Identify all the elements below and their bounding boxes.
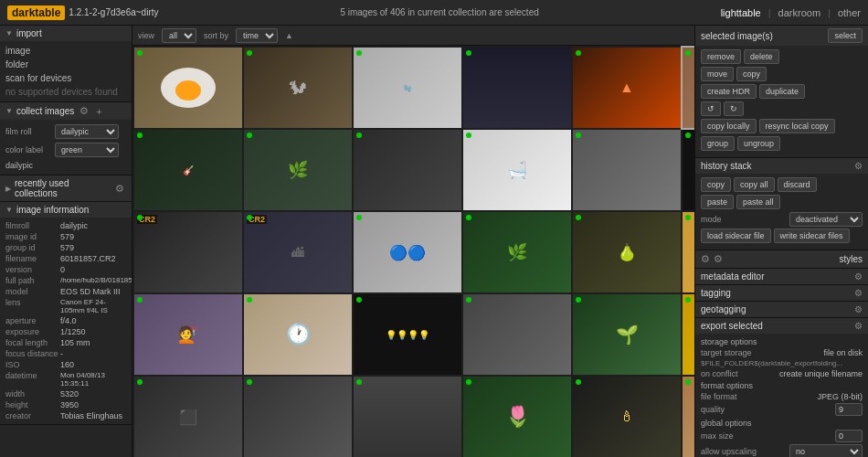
styles-header[interactable]: ⚙ ⚙ styles: [695, 250, 868, 268]
tagging-gear-icon[interactable]: ⚙: [854, 288, 863, 298]
thumb-cigarette[interactable]: [354, 130, 461, 210]
move-button[interactable]: move: [701, 67, 734, 81]
collect-label: collect images: [16, 106, 74, 116]
metadata-gear-icon[interactable]: ⚙: [854, 271, 863, 282]
thumb-deer1[interactable]: 🦌: [683, 48, 694, 128]
thumb-arches-bw[interactable]: [244, 377, 352, 457]
duplicate-button[interactable]: duplicate: [759, 84, 805, 99]
thumb-dark2[interactable]: [683, 130, 694, 210]
collect-header[interactable]: ▼ collect images ⚙ +: [0, 102, 132, 120]
thumb-gloves[interactable]: 🧤: [354, 48, 461, 128]
thumb-red-arch[interactable]: ▲: [573, 48, 681, 128]
copy-button[interactable]: copy: [736, 67, 767, 81]
thumb-drink[interactable]: 🧋: [683, 212, 694, 292]
thumb-arch-bw[interactable]: ⬛: [134, 377, 242, 457]
logo: darktable 1.2.1-2-g7d3e6a~dirty: [7, 5, 158, 20]
import-scan[interactable]: scan for devices: [5, 71, 126, 85]
write-sidecar-button[interactable]: write sidecar files: [774, 228, 850, 243]
view-select[interactable]: all: [162, 28, 196, 43]
conflict-value: create unique filename: [779, 369, 863, 378]
history-copy-button[interactable]: copy: [701, 177, 731, 192]
grid-row-1: 🎸 🌿 🛁: [134, 130, 693, 210]
upscaling-select[interactable]: no: [789, 444, 863, 457]
thumb-yellow-flower[interactable]: 🌼: [683, 294, 694, 375]
info-header[interactable]: ▼ image information: [0, 202, 132, 218]
import-header[interactable]: ▼ import: [0, 26, 132, 41]
thumb-graffiti[interactable]: [463, 294, 571, 375]
geotagging-header[interactable]: geotagging ⚙: [695, 302, 868, 317]
resync-button[interactable]: resync local copy: [759, 119, 835, 133]
recent-settings-icon[interactable]: ⚙: [113, 183, 126, 195]
collect-settings-icon[interactable]: ⚙: [78, 105, 90, 117]
group-button[interactable]: group: [701, 136, 735, 151]
thumb-dot: [247, 215, 252, 220]
thumb-dot: [576, 297, 581, 303]
meta-imageid: image id579: [5, 231, 126, 242]
thumb-arch-dark[interactable]: [463, 48, 571, 128]
collect-add-icon[interactable]: +: [94, 106, 103, 117]
thumb-pears[interactable]: 🍐: [573, 212, 681, 292]
quality-input[interactable]: [835, 403, 863, 416]
thumb-dot: [466, 379, 471, 385]
thumb-bracelet[interactable]: 💍: [683, 377, 694, 457]
collect-filmroll-select[interactable]: dailypic: [55, 124, 119, 139]
import-image[interactable]: image: [5, 44, 126, 58]
history-discard-button[interactable]: discard: [778, 177, 817, 192]
collect-color-select[interactable]: green: [55, 143, 119, 157]
styles-icon-plus[interactable]: ⚙: [701, 253, 710, 265]
delete-button[interactable]: delete: [744, 49, 779, 64]
thumb-squirrel[interactable]: 🐿: [244, 48, 352, 128]
rotate-cw-button[interactable]: ↻: [724, 101, 744, 116]
thumb-crack[interactable]: [573, 130, 681, 210]
create-hdr-button[interactable]: create HDR: [701, 84, 757, 99]
copy-locally-button[interactable]: copy locally: [701, 119, 757, 133]
history-paste-all-button[interactable]: paste all: [736, 195, 780, 209]
recent-section: ▶ recently used collections ⚙: [0, 175, 132, 202]
thumb-leaves[interactable]: 🌱: [573, 294, 681, 375]
nav-darkroom[interactable]: darkroom: [778, 7, 820, 18]
thumb-signs[interactable]: 🔵🔵: [354, 212, 461, 292]
import-folder[interactable]: folder: [5, 58, 126, 71]
geotagging-gear-icon[interactable]: ⚙: [854, 304, 863, 314]
selected-header[interactable]: selected image(s) select: [695, 26, 868, 46]
thumb-candle[interactable]: 🕯: [573, 377, 681, 457]
sort-asc-icon[interactable]: ▲: [285, 31, 293, 40]
thumb-hair[interactable]: 💇: [134, 294, 242, 375]
thumb-street-bw2[interactable]: CR2 🏙: [244, 212, 352, 292]
photo-placeholder: 🌱: [573, 294, 681, 375]
history-gear-icon[interactable]: ⚙: [854, 161, 863, 171]
styles-icon-minus[interactable]: ⚙: [714, 253, 723, 265]
history-header[interactable]: history stack ⚙: [695, 158, 868, 174]
thumb-dot: [247, 379, 252, 385]
recent-header[interactable]: ▶ recently used collections ⚙: [0, 175, 132, 201]
remove-button[interactable]: remove: [701, 49, 741, 64]
ungroup-button[interactable]: ungroup: [737, 136, 780, 151]
thumb-clock[interactable]: 🕐: [244, 294, 352, 375]
metadata-header[interactable]: metadata editor ⚙: [695, 269, 868, 284]
mode-select[interactable]: deactivated: [789, 212, 863, 227]
tagging-header[interactable]: tagging ⚙: [695, 285, 868, 301]
sort-select[interactable]: time: [236, 28, 278, 43]
recent-label: recently used collections: [15, 178, 110, 198]
thumb-tulip[interactable]: 🌷: [463, 377, 571, 457]
thumb-road-bw[interactable]: [354, 377, 461, 457]
export-gear-icon[interactable]: ⚙: [854, 321, 863, 331]
thumb-picks[interactable]: 🎸: [134, 130, 242, 210]
thumb-bath[interactable]: 🛁: [463, 130, 571, 210]
meta-aperture: aperturef/4.0: [5, 315, 126, 326]
load-sidecar-button[interactable]: load sidecar file: [701, 228, 771, 243]
export-header[interactable]: export selected ⚙: [695, 318, 868, 334]
history-paste-button[interactable]: paste: [701, 195, 734, 209]
thumb-egg[interactable]: [134, 48, 242, 128]
rotate-ccw-button[interactable]: ↺: [701, 101, 721, 116]
thumb-lights[interactable]: 💡💡💡💡: [354, 294, 461, 375]
select-button[interactable]: select: [828, 28, 863, 43]
max-size-input[interactable]: [835, 430, 863, 442]
nav-other[interactable]: other: [838, 7, 861, 18]
nav-lighttable[interactable]: lighttable: [721, 7, 761, 18]
history-copy-all-button[interactable]: copy all: [734, 177, 775, 192]
thumb-branches[interactable]: 🌿: [244, 130, 352, 210]
thumb-dot: [247, 297, 252, 303]
thumb-street-bw[interactable]: CR2: [134, 212, 242, 292]
thumb-ferns[interactable]: 🌿: [463, 212, 571, 292]
